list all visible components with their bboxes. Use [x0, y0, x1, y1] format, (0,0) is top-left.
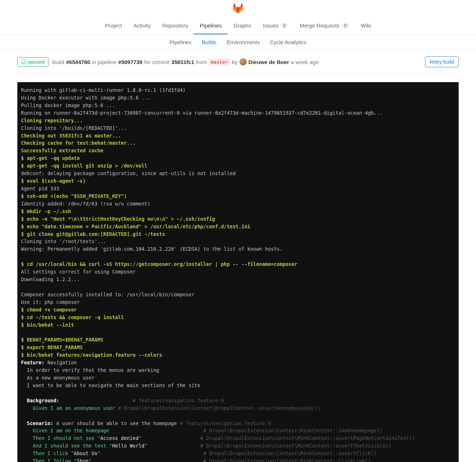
tab-pipelines[interactable]: Pipelines [194, 17, 228, 34]
subtab-builds[interactable]: Builds [197, 35, 222, 50]
tab-graphs[interactable]: Graphs [228, 17, 257, 34]
retry-build-button[interactable]: Retry build [425, 56, 459, 67]
subtab-environments[interactable]: Environments [222, 35, 265, 50]
avatar[interactable] [239, 58, 247, 65]
branch-tag[interactable]: master [209, 59, 230, 65]
tab-issues[interactable]: Issues0 [257, 17, 294, 34]
main-tabs: Project Activity Repository Pipelines Gr… [0, 17, 476, 35]
gitlab-logo[interactable] [0, 0, 476, 17]
check-circle-icon [21, 59, 26, 64]
tab-merge-requests[interactable]: Merge Requests0 [294, 17, 355, 34]
sub-tabs: Pipelines Builds Environments Cycle Anal… [0, 35, 476, 50]
subtab-cycle-analytics[interactable]: Cycle Analytics [265, 35, 311, 50]
pipeline-id[interactable]: #5097739 [118, 59, 143, 65]
tab-project[interactable]: Project [99, 17, 128, 34]
author-name[interactable]: Dieuwe de Boer [248, 59, 289, 65]
issues-count-badge: 0 [281, 23, 288, 29]
timestamp: a week ago [291, 59, 319, 65]
build-label: Build [52, 59, 64, 65]
commit-sha[interactable]: 35831fc1 [171, 59, 194, 65]
status-badge: passed [17, 57, 48, 67]
tab-activity[interactable]: Activity [128, 17, 157, 34]
build-header: passed Build #6544780 in pipeline #50977… [17, 50, 459, 74]
build-log: Running with gitlab-ci-multi-runner 1.8.… [17, 82, 459, 462]
tab-repository[interactable]: Repository [157, 17, 194, 34]
build-id[interactable]: #6544780 [66, 59, 90, 65]
mr-count-badge: 0 [342, 23, 349, 29]
subtab-pipelines[interactable]: Pipelines [165, 35, 197, 50]
tab-wiki[interactable]: Wiki [355, 17, 377, 34]
